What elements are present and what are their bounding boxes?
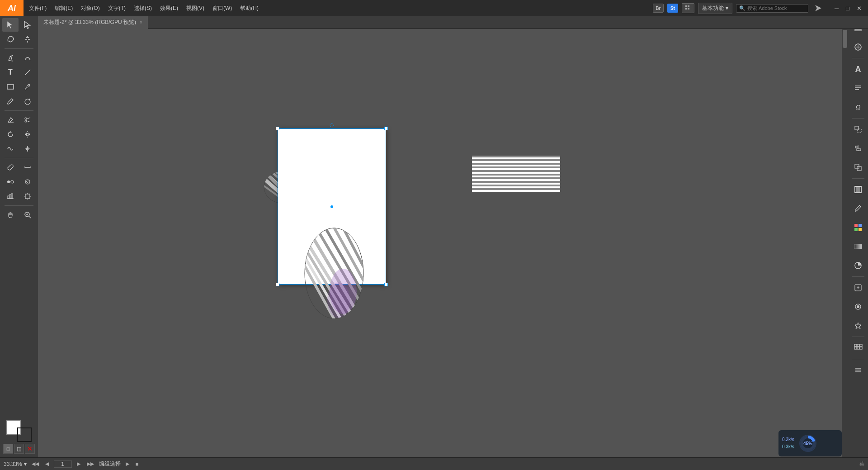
- pathfinder-panel-button[interactable]: [850, 159, 866, 176]
- libraries-panel-button[interactable]: [850, 340, 866, 356]
- zoom-dropdown-arrow[interactable]: ▾: [24, 461, 27, 467]
- nav-next-button[interactable]: ▶: [75, 460, 82, 468]
- svg-rect-90: [855, 29, 861, 31]
- menu-edit[interactable]: 编辑(E): [51, 3, 76, 14]
- svg-rect-120: [860, 344, 862, 347]
- magic-wand-tool-button[interactable]: [19, 33, 36, 46]
- symbols-panel-button[interactable]: [850, 318, 866, 334]
- menu-select[interactable]: 选择(S): [130, 3, 156, 14]
- paragraph-panel-button[interactable]: [850, 80, 866, 96]
- tool-separator-1: [5, 48, 33, 49]
- svg-rect-41: [8, 196, 9, 199]
- stock-search-input[interactable]: [747, 5, 797, 11]
- fill-stroke-swatches[interactable]: [6, 420, 32, 442]
- width-tool-button[interactable]: [19, 142, 36, 156]
- character-panel-button[interactable]: A: [850, 61, 866, 77]
- handle-top-left[interactable]: [276, 127, 279, 130]
- workspace-dropdown[interactable]: 基本功能 ▾: [698, 3, 732, 14]
- handle-bottom-right[interactable]: [384, 283, 388, 286]
- warp-tool-button[interactable]: [2, 142, 19, 156]
- artboard-tool-button[interactable]: [19, 190, 36, 203]
- hand-tool-button[interactable]: [2, 208, 19, 222]
- eyedropper-tool-button[interactable]: [2, 161, 19, 174]
- appearance-panel-button[interactable]: [850, 280, 866, 296]
- svg-marker-23: [9, 131, 12, 133]
- paintbrush-tool-button[interactable]: [2, 95, 19, 108]
- pen-tool-button[interactable]: [2, 51, 19, 65]
- gradient-mode-button[interactable]: ◫: [14, 444, 24, 454]
- transform-panel-button[interactable]: [850, 121, 866, 138]
- blob-brush-tool-button[interactable]: [19, 95, 36, 108]
- tool-row-pen: [1, 51, 37, 65]
- menu-file[interactable]: 文件(F): [25, 3, 50, 14]
- gradient-panel-button[interactable]: [850, 238, 866, 255]
- svg-point-40: [27, 182, 28, 183]
- page-number-input[interactable]: [54, 461, 72, 468]
- column-graph-tool-button[interactable]: [2, 190, 19, 203]
- minimize-button[interactable]: ─: [832, 4, 841, 13]
- rect-tool-button[interactable]: [2, 80, 19, 94]
- curvature-tool-button[interactable]: [19, 51, 36, 65]
- tab-close-button[interactable]: ×: [140, 20, 142, 25]
- canvas-area[interactable]: [38, 29, 842, 457]
- right-scrollbar[interactable]: [842, 29, 848, 457]
- swatches-panel-button[interactable]: [850, 219, 866, 236]
- document-tab[interactable]: 未标题-2* @ 33.33% (RGB/GPU 预览) ×: [38, 16, 148, 29]
- tool-row-brush: [1, 95, 37, 108]
- handle-bottom-left[interactable]: [276, 283, 279, 286]
- rotation-handle[interactable]: [329, 122, 335, 127]
- align-panel-button[interactable]: [850, 140, 866, 157]
- rotate-tool-button[interactable]: [2, 128, 19, 141]
- type-tool-button[interactable]: T: [2, 66, 19, 79]
- line-tool-button[interactable]: [19, 66, 36, 79]
- stock-search-box[interactable]: 🔍: [736, 4, 808, 13]
- menu-effect[interactable]: 效果(E): [156, 3, 182, 14]
- nav-last-button[interactable]: ▶▶: [85, 460, 95, 468]
- scrollbar-thumb[interactable]: [843, 30, 847, 48]
- symbol-spray-tool-button[interactable]: [19, 175, 36, 189]
- reflect-tool-button[interactable]: [19, 128, 36, 141]
- send-icon[interactable]: [812, 3, 825, 13]
- selection-tool-button[interactable]: [2, 18, 19, 32]
- bridge-button[interactable]: Br: [653, 4, 664, 13]
- zoom-control[interactable]: 33.33% ▾: [4, 461, 27, 467]
- menu-object[interactable]: 对象(O): [77, 3, 103, 14]
- stroke-swatch[interactable]: [17, 427, 32, 442]
- stop-button[interactable]: ■: [134, 461, 140, 468]
- scissors-tool-button[interactable]: [19, 113, 36, 127]
- menu-help[interactable]: 帮助(H): [236, 3, 262, 14]
- svg-rect-121: [854, 347, 857, 349]
- no-fill-mode-button[interactable]: ✕: [25, 444, 35, 454]
- tool-row-graph: [1, 190, 37, 203]
- svg-rect-119: [857, 344, 859, 347]
- eraser-tool-button[interactable]: [2, 113, 19, 127]
- maximize-button[interactable]: □: [843, 4, 852, 13]
- direct-selection-tool-button[interactable]: [19, 18, 36, 32]
- glyph-panel-button[interactable]: Ω: [850, 99, 866, 115]
- close-button[interactable]: ✕: [854, 4, 864, 13]
- pencil-tool-button[interactable]: [19, 80, 36, 94]
- menu-window[interactable]: 窗口(W): [209, 3, 236, 14]
- menu-type[interactable]: 文字(T): [104, 3, 129, 14]
- play-button[interactable]: ▶: [124, 460, 131, 468]
- measure-tool-button[interactable]: [19, 161, 36, 174]
- zoom-tool-button[interactable]: [19, 208, 36, 222]
- expand-panel-button[interactable]: [850, 362, 866, 378]
- transparency-panel-button[interactable]: [850, 257, 866, 274]
- svg-point-116: [857, 305, 859, 308]
- blend-tool-button[interactable]: [2, 175, 19, 189]
- handle-top-right[interactable]: [384, 127, 388, 130]
- fill-stroke-panel-button[interactable]: [850, 181, 866, 198]
- assets-panel-button[interactable]: [850, 39, 866, 55]
- tool-row-lasso: [1, 33, 37, 46]
- brush-panel-button[interactable]: [850, 200, 866, 217]
- nav-prev-button[interactable]: ◀: [44, 460, 50, 468]
- normal-mode-button[interactable]: □: [3, 444, 13, 454]
- menu-view[interactable]: 视图(V): [183, 3, 208, 14]
- lasso-tool-button[interactable]: [2, 33, 19, 46]
- stock-button[interactable]: St: [667, 4, 678, 13]
- svg-rect-87: [472, 190, 560, 192]
- graphic-styles-panel-button[interactable]: [850, 299, 866, 315]
- nav-first-button[interactable]: ◀◀: [30, 460, 40, 468]
- grid-icon-button[interactable]: [682, 3, 694, 13]
